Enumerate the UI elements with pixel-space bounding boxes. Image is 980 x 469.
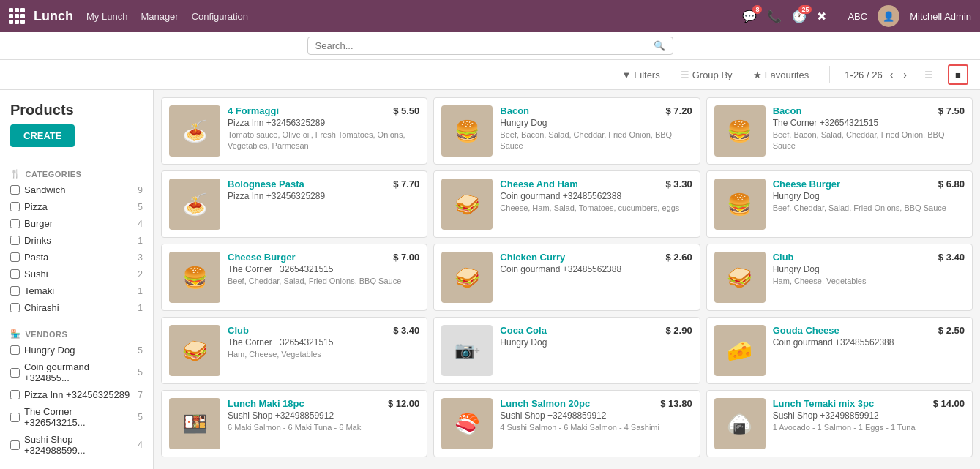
vendor-label: Sushi Shop +324988599... — [24, 434, 133, 456]
product-card[interactable]: 🍙 Lunch Temaki mix 3pc $ 14.00 Sushi Sho… — [706, 390, 973, 457]
vendor-icon: 🏪 — [10, 329, 21, 339]
product-card[interactable]: 🧀 Gouda Cheese $ 2.50 Coin gourmand +324… — [706, 317, 973, 384]
filters-button[interactable]: ▼ Filters — [616, 67, 665, 83]
product-vendor: Hungry Dog — [773, 191, 965, 201]
sidebar-category-item[interactable]: Drinks 1 — [0, 232, 153, 249]
product-desc: 4 Sushi Salmon - 6 Maki Salmon - 4 Sashi… — [500, 422, 692, 433]
next-page-button[interactable]: › — [900, 67, 910, 82]
product-card[interactable]: 🍣 Lunch Salmon 20pc $ 13.80 Sushi Shop +… — [433, 390, 700, 457]
sidebar-category-item[interactable]: Chirashi 1 — [0, 299, 153, 316]
chat-button[interactable]: 💬 8 — [742, 10, 757, 23]
nav-divider — [837, 7, 837, 25]
prev-page-button[interactable]: ‹ — [887, 67, 897, 82]
product-top: Bacon $ 7.50 — [773, 105, 965, 116]
filters-label: Filters — [634, 70, 659, 80]
favourites-button[interactable]: ★ Favourites — [747, 67, 815, 83]
category-checkbox[interactable] — [10, 185, 20, 195]
clock-button[interactable]: 🕐 25 — [792, 10, 807, 23]
product-card[interactable]: 🍔 Cheese Burger $ 6.80 Hungry Dog Beef, … — [706, 170, 973, 238]
sidebar-category-item[interactable]: Pasta 3 — [0, 249, 153, 266]
nav-configuration[interactable]: Configuration — [192, 11, 248, 22]
abc-label: ABC — [848, 11, 867, 22]
filter-icon: ▼ — [621, 70, 631, 80]
product-name: Bacon — [773, 105, 802, 116]
product-card[interactable]: 🍔 Bacon $ 7.20 Hungry Dog Beef, Bacon, S… — [433, 97, 700, 165]
product-vendor: Coin gourmand +32485562388 — [500, 264, 692, 274]
vendor-checkbox[interactable] — [10, 413, 20, 422]
product-desc: Beef, Bacon, Salad, Cheddar, Fried Onion… — [773, 130, 965, 152]
grid-view-button[interactable]: ■ — [948, 64, 968, 85]
product-desc: Beef, Cheddar, Salad, Fried Onions, BBQ … — [228, 276, 419, 287]
sidebar-category-item[interactable]: Temaki 1 — [0, 282, 153, 299]
product-card[interactable]: 🍔 Bacon $ 7.50 The Corner +32654321515 B… — [706, 97, 973, 165]
user-name[interactable]: Mitchell Admin — [910, 11, 971, 22]
nav-manager[interactable]: Manager — [141, 11, 178, 22]
category-checkbox[interactable] — [10, 252, 20, 262]
vendor-checkbox[interactable] — [10, 345, 20, 355]
product-top: Coca Cola $ 2.90 — [500, 325, 692, 336]
product-card[interactable]: 🍱 Lunch Maki 18pc $ 12.00 Sushi Shop +32… — [161, 390, 427, 457]
nav-my-lunch[interactable]: My Lunch — [86, 11, 127, 22]
product-card[interactable]: 🥪 Cheese And Ham $ 3.30 Coin gourmand +3… — [433, 170, 700, 238]
product-top: Bolognese Pasta $ 7.70 — [228, 179, 419, 190]
category-checkbox[interactable] — [10, 286, 20, 296]
search-icon: 🔍 — [654, 40, 665, 51]
product-image: 🥪 — [169, 325, 220, 376]
product-card[interactable]: 🥪 Club $ 3.40 Hungry Dog Ham, Cheese, Ve… — [706, 244, 973, 311]
product-image: 🧀 — [714, 325, 766, 376]
sidebar-category-item[interactable]: Pizza 5 — [0, 198, 153, 215]
product-name: Club — [773, 252, 794, 263]
category-checkbox[interactable] — [10, 303, 20, 312]
search-wrap[interactable]: 🔍 — [307, 37, 673, 55]
phone-button[interactable]: 📞 — [767, 10, 782, 23]
sidebar-category-item[interactable]: Sandwich 9 — [0, 181, 153, 198]
category-count: 9 — [138, 185, 143, 195]
vendor-checkbox[interactable] — [10, 390, 20, 399]
category-count: 3 — [138, 252, 143, 263]
category-checkbox[interactable] — [10, 236, 20, 245]
sidebar-vendor-item[interactable]: Hungry Dog 5 — [0, 342, 153, 359]
category-label: Pizza — [24, 201, 133, 212]
category-checkbox[interactable] — [10, 219, 20, 228]
product-image: 🍱 — [169, 398, 220, 449]
product-top: Chicken Curry $ 2.60 — [500, 252, 692, 263]
product-info: Club $ 3.40 Hungry Dog Ham, Cheese, Vege… — [773, 252, 965, 287]
product-card[interactable]: 🍔 Cheese Burger $ 7.00 The Corner +32654… — [161, 244, 427, 311]
avatar[interactable]: 👤 — [878, 5, 899, 27]
product-card[interactable]: 🍝 Bolognese Pasta $ 7.70 Pizza Inn +3245… — [161, 170, 427, 238]
category-checkbox[interactable] — [10, 202, 20, 211]
close-button[interactable]: ✖ — [817, 10, 826, 23]
vendor-checkbox[interactable] — [10, 368, 20, 378]
product-vendor: The Corner +32654321515 — [228, 264, 419, 274]
sidebar-vendor-item[interactable]: Coin gourmand +324855... 5 — [0, 359, 153, 386]
product-desc: 1 Avocado - 1 Salmon - 1 Eggs - 1 Tuna — [773, 422, 965, 433]
list-view-button[interactable]: ☰ — [919, 64, 939, 85]
sidebar-category-item[interactable]: Burger 4 — [0, 215, 153, 232]
list-icon: ☰ — [924, 70, 933, 80]
app-logo[interactable]: Lunch — [9, 8, 73, 24]
product-vendor: Hungry Dog — [773, 264, 965, 274]
pagination: 1-26 / 26 ‹ › — [845, 67, 910, 82]
category-count: 1 — [138, 236, 143, 246]
product-desc: Ham, Cheese, Vegetables — [228, 349, 419, 360]
product-card[interactable]: 🥪 Chicken Curry $ 2.60 Coin gourmand +32… — [433, 244, 700, 311]
sidebar-vendor-item[interactable]: The Corner +326543215... 5 — [0, 403, 153, 431]
sidebar-category-item[interactable]: Sushi 2 — [0, 266, 153, 282]
product-info: Chicken Curry $ 2.60 Coin gourmand +3248… — [500, 252, 692, 276]
groupby-button[interactable]: ☰ Group By — [675, 67, 738, 83]
product-card[interactable]: 🥪 Club $ 3.40 The Corner +32654321515 Ha… — [161, 317, 427, 384]
product-card[interactable]: 📷+ Coca Cola $ 2.90 Hungry Dog — [433, 317, 700, 384]
sidebar-vendor-item[interactable]: Sushi Shop +324988599... 4 — [0, 431, 153, 459]
category-checkbox[interactable] — [10, 269, 20, 279]
product-vendor: Sushi Shop +32498859912 — [228, 410, 419, 421]
create-button[interactable]: CREATE — [10, 124, 75, 147]
vendor-label: Coin gourmand +324855... — [24, 361, 133, 383]
search-input[interactable] — [315, 40, 654, 51]
product-image: 🥪 — [714, 252, 766, 303]
product-image: 🥪 — [441, 252, 493, 303]
vendor-checkbox[interactable] — [10, 440, 20, 450]
sidebar-vendor-item[interactable]: Pizza Inn +32456325289 7 — [0, 386, 153, 403]
favourites-label: Favourites — [765, 70, 809, 80]
topnav: Lunch My Lunch Manager Configuration 💬 8… — [0, 0, 980, 32]
product-card[interactable]: 🍝 4 Formaggi $ 5.50 Pizza Inn +324563252… — [161, 97, 427, 165]
